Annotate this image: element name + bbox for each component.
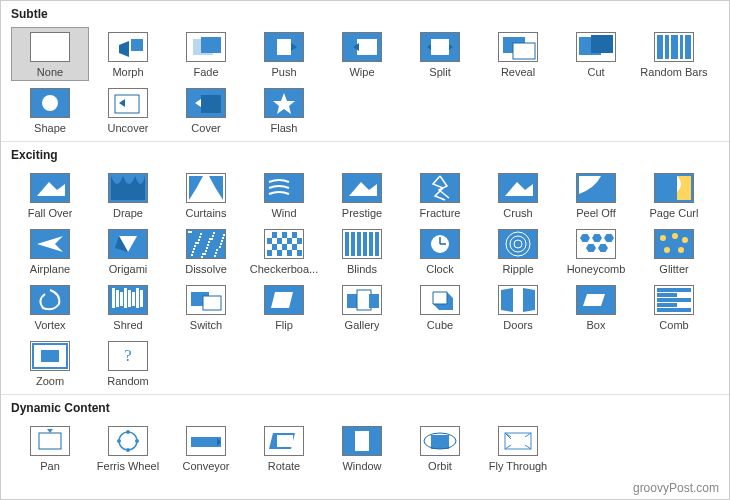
transition-comb[interactable]: Comb bbox=[635, 280, 713, 334]
transition-push[interactable]: Push bbox=[245, 27, 323, 81]
svg-rect-99 bbox=[205, 250, 207, 252]
transition-cube[interactable]: Cube bbox=[401, 280, 479, 334]
svg-rect-119 bbox=[292, 238, 297, 244]
transition-label: Fly Through bbox=[489, 460, 548, 472]
transition-orbit[interactable]: Orbit bbox=[401, 421, 479, 475]
transition-doors[interactable]: Doors bbox=[479, 280, 557, 334]
svg-rect-31 bbox=[685, 35, 691, 59]
vortex-icon bbox=[30, 285, 70, 315]
transition-label: Split bbox=[429, 66, 450, 78]
svg-marker-223 bbox=[277, 435, 293, 447]
transition-pan[interactable]: Pan bbox=[11, 421, 89, 475]
conveyor-icon bbox=[186, 426, 226, 456]
transition-honeycomb[interactable]: Honeycomb bbox=[557, 224, 635, 278]
transition-flip[interactable]: Flip bbox=[245, 280, 323, 334]
transition-fall-over[interactable]: Fall Over bbox=[11, 168, 89, 222]
transition-wind[interactable]: Wind bbox=[245, 168, 323, 222]
peel-off-icon bbox=[576, 173, 616, 203]
svg-rect-98 bbox=[198, 239, 200, 241]
transition-prestige[interactable]: Prestige bbox=[323, 168, 401, 222]
transition-crush[interactable]: Crush bbox=[479, 168, 557, 222]
curtains-icon bbox=[186, 173, 226, 203]
transition-glitter[interactable]: Glitter bbox=[635, 224, 713, 278]
transition-rotate[interactable]: Rotate bbox=[245, 421, 323, 475]
origami-icon bbox=[108, 229, 148, 259]
random-icon: ? bbox=[108, 341, 148, 371]
svg-rect-138 bbox=[357, 232, 361, 256]
svg-rect-139 bbox=[363, 232, 367, 256]
svg-rect-173 bbox=[124, 288, 127, 308]
transition-flash[interactable]: Flash bbox=[245, 83, 323, 137]
svg-marker-194 bbox=[523, 288, 535, 312]
transition-label: Cube bbox=[427, 319, 453, 331]
transition-none[interactable]: None bbox=[11, 27, 89, 81]
section-title: Subtle bbox=[11, 7, 719, 21]
transition-cut[interactable]: Cut bbox=[557, 27, 635, 81]
transition-cover[interactable]: Cover bbox=[167, 83, 245, 137]
transition-uncover[interactable]: Uncover bbox=[89, 83, 167, 137]
transition-airplane[interactable]: Airplane bbox=[11, 224, 89, 278]
morph-icon bbox=[108, 32, 148, 62]
transition-window[interactable]: Window bbox=[323, 421, 401, 475]
transition-curtains[interactable]: Curtains bbox=[167, 168, 245, 222]
transition-clock[interactable]: Clock bbox=[401, 224, 479, 278]
transition-zoom[interactable]: Zoom bbox=[11, 336, 89, 390]
svg-rect-200 bbox=[657, 293, 677, 297]
transition-dissolve[interactable]: Dissolve bbox=[167, 224, 245, 278]
transition-fade[interactable]: Fade bbox=[167, 27, 245, 81]
transition-shred[interactable]: Shred bbox=[89, 280, 167, 334]
transition-blinds[interactable]: Blinds bbox=[323, 224, 401, 278]
transition-shape[interactable]: Shape bbox=[11, 83, 89, 137]
cube-icon bbox=[420, 285, 460, 315]
svg-rect-177 bbox=[140, 290, 143, 307]
section-title: Exciting bbox=[11, 148, 719, 162]
transition-fly-through[interactable]: Fly Through bbox=[479, 421, 557, 475]
svg-rect-17 bbox=[431, 39, 449, 55]
transition-origami[interactable]: Origami bbox=[89, 224, 167, 278]
reveal-icon bbox=[498, 32, 538, 62]
transition-conveyor[interactable]: Conveyor bbox=[167, 421, 245, 475]
svg-rect-85 bbox=[215, 252, 217, 254]
transition-random[interactable]: ?Random bbox=[89, 336, 167, 390]
transition-vortex[interactable]: Vortex bbox=[11, 280, 89, 334]
svg-rect-133 bbox=[292, 250, 297, 256]
transition-page-curl[interactable]: Page Curl bbox=[635, 168, 713, 222]
transition-label: Orbit bbox=[428, 460, 452, 472]
transition-reveal[interactable]: Reveal bbox=[479, 27, 557, 81]
svg-rect-25 bbox=[591, 35, 613, 53]
transition-morph[interactable]: Morph bbox=[89, 27, 167, 81]
svg-rect-118 bbox=[287, 238, 292, 244]
transition-box[interactable]: Box bbox=[557, 280, 635, 334]
section-subtle: SubtleNoneMorphFadePushWipeSplitRevealCu… bbox=[1, 1, 729, 141]
svg-rect-91 bbox=[221, 240, 223, 242]
svg-point-217 bbox=[117, 439, 121, 443]
transition-split[interactable]: Split bbox=[401, 27, 479, 81]
svg-marker-190 bbox=[433, 292, 447, 304]
shape-icon bbox=[30, 88, 70, 118]
svg-rect-96 bbox=[220, 243, 222, 245]
cut-icon bbox=[576, 32, 616, 62]
svg-rect-226 bbox=[355, 431, 369, 451]
svg-rect-111 bbox=[287, 232, 292, 238]
transition-ripple[interactable]: Ripple bbox=[479, 224, 557, 278]
uncover-icon bbox=[108, 88, 148, 118]
transition-switch[interactable]: Switch bbox=[167, 280, 245, 334]
transition-checkerboard[interactable]: Checkerboa... bbox=[245, 224, 323, 278]
transition-label: Morph bbox=[112, 66, 143, 78]
svg-point-215 bbox=[135, 439, 139, 443]
svg-rect-40 bbox=[201, 95, 221, 113]
transition-label: Push bbox=[271, 66, 296, 78]
transition-random-bars[interactable]: Random Bars bbox=[635, 27, 713, 81]
transition-drape[interactable]: Drape bbox=[89, 168, 167, 222]
cover-icon bbox=[186, 88, 226, 118]
svg-rect-131 bbox=[282, 250, 287, 256]
svg-rect-114 bbox=[267, 238, 272, 244]
svg-rect-13 bbox=[357, 39, 377, 55]
section-dynamic-content: Dynamic ContentPanFerris WheelConveyorRo… bbox=[1, 394, 729, 479]
transition-wipe[interactable]: Wipe bbox=[323, 27, 401, 81]
svg-rect-123 bbox=[277, 244, 282, 250]
transition-gallery[interactable]: Gallery bbox=[323, 280, 401, 334]
transition-peel-off[interactable]: Peel Off bbox=[557, 168, 635, 222]
transition-fracture[interactable]: Fracture bbox=[401, 168, 479, 222]
transition-ferris-wheel[interactable]: Ferris Wheel bbox=[89, 421, 167, 475]
